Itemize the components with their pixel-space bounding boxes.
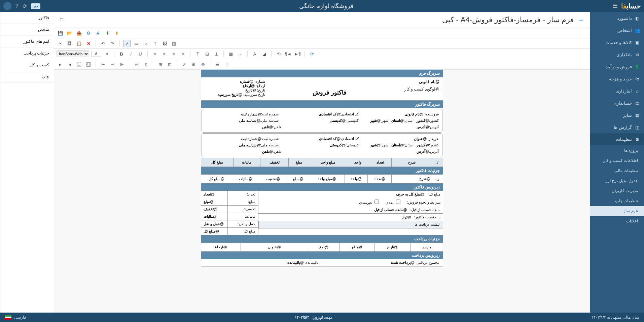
image-icon[interactable]: 🖼: [161, 40, 168, 47]
window-restore-icon[interactable]: ❐: [60, 17, 64, 22]
rotate-icon[interactable]: ⟲: [275, 50, 282, 58]
news-badge[interactable]: خبر: [31, 3, 40, 9]
refresh-icon[interactable]: ⟳: [23, 3, 27, 9]
noncash-checkbox[interactable]: غیرنقدی: [359, 200, 379, 205]
layers-icon[interactable]: ☰: [214, 61, 221, 68]
zoom-out-icon[interactable]: ⊖: [199, 61, 207, 68]
refresh2-icon[interactable]: ⟳: [308, 50, 316, 58]
sidebar-sub-exchange[interactable]: جدول تبدیل نرخ ارز: [590, 176, 644, 186]
cash-checkbox[interactable]: نقدی: [386, 200, 400, 205]
paste-icon[interactable]: 📋: [75, 40, 83, 47]
border-icon[interactable]: ▦: [227, 50, 235, 58]
settings-icon[interactable]: ⚙: [85, 29, 92, 37]
group-icon[interactable]: ⿴: [75, 61, 83, 68]
font-color-icon[interactable]: A: [251, 50, 258, 58]
align-left-icon[interactable]: ≡: [151, 50, 158, 58]
circle-icon[interactable]: ○: [142, 40, 149, 47]
align-center-icon[interactable]: ≡: [160, 50, 168, 58]
ltr-icon[interactable]: ►¶: [294, 50, 301, 58]
sidebar-item-accounting[interactable]: ▤حسابداری: [590, 97, 644, 109]
sidebar-sub-formbuilder[interactable]: فرم ساز: [590, 206, 644, 216]
border-style-icon[interactable]: ⋯: [237, 50, 244, 58]
distribute-h-icon[interactable]: ⇿: [133, 61, 140, 68]
canvas-area[interactable]: سربرگ فرم @نام قانونی @لوگوی کسب و کار ف…: [54, 70, 590, 313]
italic-icon[interactable]: I: [127, 50, 135, 58]
sidebar-item-sales[interactable]: 💲فروش و درآمد: [590, 61, 644, 73]
bold-icon[interactable]: B: [118, 50, 125, 58]
bring-front-icon[interactable]: ▸: [57, 61, 64, 68]
upload-icon[interactable]: ⬆: [113, 29, 120, 37]
font-select[interactable]: IranSans-Web: [57, 50, 89, 57]
align-l-icon[interactable]: ⊢: [99, 61, 107, 68]
hamburger-icon[interactable]: ☰: [612, 2, 618, 10]
align-c-icon[interactable]: ⊣: [109, 61, 116, 68]
sales-icon: 💲: [635, 64, 640, 69]
copy-icon[interactable]: ⿻: [66, 40, 73, 47]
grid-icon[interactable]: ⊞: [156, 61, 164, 68]
rtl-icon[interactable]: ¶◄: [284, 50, 292, 58]
sidebar-item-reports[interactable]: ◫گزارش ها: [590, 121, 644, 133]
size-dropdown-icon[interactable]: ▾: [103, 50, 111, 58]
open-icon[interactable]: 📂: [66, 29, 73, 37]
main-content: → فرم ساز - فرمساز-فاکتور فروش-A4 - کپی …: [54, 12, 590, 313]
rect-icon[interactable]: ▭: [133, 40, 140, 47]
section-payment-footer: زیرنویس پرداخت: [201, 252, 443, 259]
warehouse-icon: ⌂: [635, 88, 640, 94]
context-item-invoice[interactable]: فاکتور: [0, 12, 54, 24]
underline-icon[interactable]: U: [137, 50, 144, 58]
barcode-icon[interactable]: ▥: [170, 40, 178, 47]
ungroup-icon[interactable]: ⿶: [85, 61, 92, 68]
snap-icon[interactable]: ⊡: [166, 61, 173, 68]
back-arrow-icon[interactable]: →: [577, 16, 584, 24]
text-icon[interactable]: T: [151, 40, 159, 47]
align-r-icon[interactable]: ⊩: [118, 61, 126, 68]
download-icon[interactable]: ⬇: [104, 29, 111, 37]
invoice-items-row: ره @شرح @تعداد @واحد @مبلغ واحد @مبلغ @ت…: [201, 174, 443, 183]
sidebar-sub-projects[interactable]: پروژه ها: [590, 145, 644, 155]
avatar[interactable]: [3, 2, 11, 10]
sidebar-item-products[interactable]: ▣کالاها و خدمات: [590, 36, 644, 48]
context-item-items[interactable]: آیتم های فاکتور: [0, 36, 54, 47]
context-item-person[interactable]: شخص: [0, 24, 54, 36]
page-title-text: فرم ساز - فرمساز-فاکتور فروش-A4 - کپی: [442, 15, 574, 24]
context-item-payment[interactable]: جزئیات پرداخت: [0, 47, 54, 59]
align-justify-icon[interactable]: ≡: [179, 50, 187, 58]
sidebar-sub-financial[interactable]: تنظیمات مالی: [590, 166, 644, 176]
sidebar-item-inventory[interactable]: ⌂انبارداری: [590, 85, 644, 97]
dashboard-icon: ◧: [635, 15, 640, 21]
sidebar-item-banking[interactable]: 🏛بانکداری: [590, 48, 644, 61]
context-item-business[interactable]: کسب و کار: [0, 59, 54, 71]
undo-icon[interactable]: ↶: [99, 40, 107, 47]
zoom-fit-icon[interactable]: ⤢: [180, 61, 188, 68]
valign-bottom-icon[interactable]: ⊥: [213, 50, 220, 58]
save-icon[interactable]: 💾: [57, 29, 64, 37]
cut-icon[interactable]: ✂: [57, 40, 64, 47]
sidebar-section-settings[interactable]: ⚙تنظیمات: [590, 133, 644, 145]
export-icon[interactable]: 📤: [75, 29, 83, 37]
help-icon[interactable]: ?: [15, 3, 19, 9]
valign-mid-icon[interactable]: ⊟: [203, 50, 211, 58]
props-icon[interactable]: ⋮: [223, 61, 230, 68]
distribute-v-icon[interactable]: ⇳: [142, 61, 149, 68]
fill-color-icon[interactable]: ◢: [260, 50, 268, 58]
sidebar-item-people[interactable]: 👥اشخاص: [590, 24, 644, 36]
pointer-icon[interactable]: ➚: [123, 40, 131, 47]
print-icon[interactable]: 🖨: [94, 29, 102, 37]
sidebar-item-dashboard[interactable]: ◧داشبورد: [590, 12, 644, 24]
sidebar-sub-announcements[interactable]: اعلانات: [590, 216, 644, 226]
sidebar-sub-print[interactable]: تنظیمات چاپ: [590, 196, 644, 206]
valign-top-icon[interactable]: ⊤: [194, 50, 201, 58]
context-item-print[interactable]: چاپ: [0, 71, 54, 83]
delete-icon[interactable]: ✖: [85, 40, 92, 47]
zoom-in-icon[interactable]: ⊕: [190, 61, 197, 68]
sidebar-sub-business[interactable]: اطلاعات کسب و کار: [590, 155, 644, 166]
sidebar-item-purchase[interactable]: 🛍خرید و هزینه: [590, 73, 644, 85]
align-right-icon[interactable]: ≡: [170, 50, 177, 58]
font-size-input[interactable]: [91, 51, 101, 57]
chart-icon: ◫: [635, 124, 640, 130]
redo-icon[interactable]: ↷: [109, 40, 116, 47]
sidebar-sub-users[interactable]: مدیریت کاربران: [590, 186, 644, 196]
business-logo-field: @لوگوی کسب و کار: [404, 87, 439, 98]
sidebar-item-other[interactable]: ▦سایر: [590, 109, 644, 121]
send-back-icon[interactable]: ◂: [66, 61, 73, 68]
